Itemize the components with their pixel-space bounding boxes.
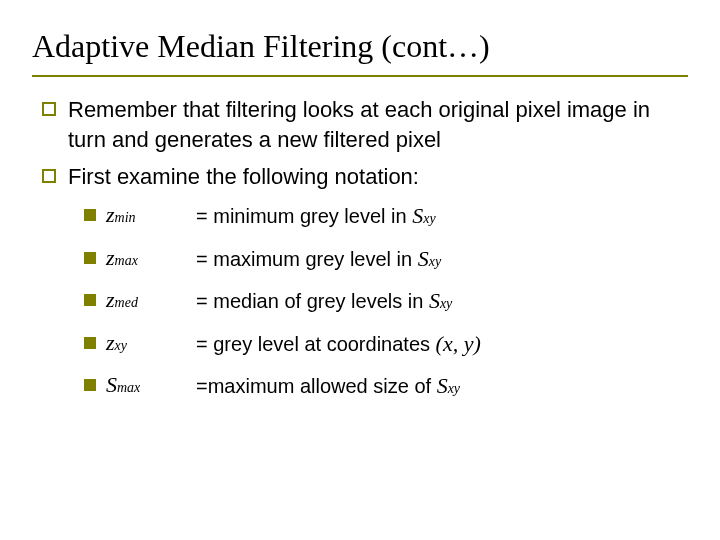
- bullet-item: First examine the following notation:: [42, 162, 688, 192]
- notation-symbol: zmed: [106, 287, 196, 313]
- notation-list: zmin = minimum grey level in Sxy zmax = …: [84, 202, 688, 401]
- notation-item: zxy = grey level at coordinates (x, y): [84, 330, 688, 359]
- notation-symbol: Smax: [106, 372, 196, 398]
- slide-title: Adaptive Median Filtering (cont…): [32, 28, 688, 77]
- bullet-item: Remember that filtering looks at each or…: [42, 95, 688, 154]
- notation-definition: = grey level at coordinates (x, y): [196, 330, 481, 359]
- notation-item: Smax =maximum allowed size of Sxy: [84, 372, 688, 401]
- filled-square-icon: [84, 209, 96, 221]
- notation-item: zmax = maximum grey level in Sxy: [84, 245, 688, 274]
- filled-square-icon: [84, 294, 96, 306]
- notation-item: zmed = median of grey levels in Sxy: [84, 287, 688, 316]
- notation-symbol: zmax: [106, 245, 196, 271]
- outer-bullets: Remember that filtering looks at each or…: [42, 95, 688, 401]
- filled-square-icon: [84, 337, 96, 349]
- notation-definition: =maximum allowed size of Sxy: [196, 372, 460, 401]
- bullet-text: First examine the following notation:: [68, 162, 419, 192]
- notation-item: zmin = minimum grey level in Sxy: [84, 202, 688, 231]
- filled-square-icon: [84, 252, 96, 264]
- notation-definition: = minimum grey level in Sxy: [196, 202, 436, 231]
- notation-symbol: zxy: [106, 330, 196, 356]
- bullet-text: Remember that filtering looks at each or…: [68, 95, 688, 154]
- filled-square-icon: [84, 379, 96, 391]
- hollow-square-icon: [42, 102, 56, 116]
- notation-symbol: zmin: [106, 202, 196, 228]
- hollow-square-icon: [42, 169, 56, 183]
- notation-definition: = median of grey levels in Sxy: [196, 287, 452, 316]
- notation-definition: = maximum grey level in Sxy: [196, 245, 441, 274]
